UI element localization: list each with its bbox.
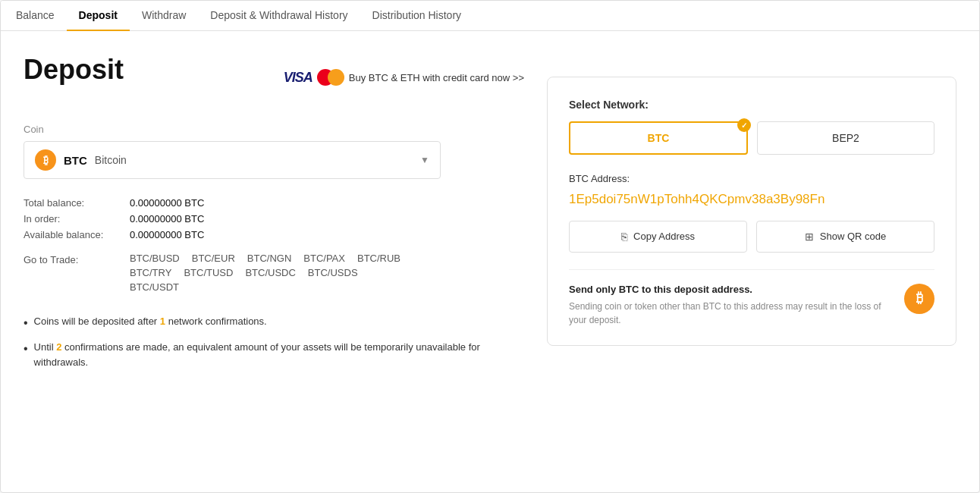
in-order-label: In order:	[24, 213, 130, 225]
network-buttons: BTC ✓ BEP2	[569, 121, 934, 155]
note-2-highlight: 2	[56, 341, 61, 353]
coin-ticker: BTC	[64, 154, 87, 167]
page-title: Deposit	[24, 54, 124, 86]
trade-pair-btc-ngn[interactable]: BTC/NGN	[247, 253, 292, 264]
total-balance-value: 0.00000000 BTC	[130, 197, 204, 209]
nav-distribution-history[interactable]: Distribution History	[360, 1, 473, 31]
deposit-card: Select Network: BTC ✓ BEP2 BTC Address: …	[547, 77, 956, 346]
nav-withdraw[interactable]: Withdraw	[130, 1, 198, 31]
bullet-1: •	[24, 314, 28, 332]
trade-pair-btc-usds[interactable]: BTC/USDS	[308, 267, 358, 278]
available-balance-label: Available balance:	[24, 229, 130, 240]
trade-pair-btc-usdc[interactable]: BTC/USDC	[245, 267, 295, 278]
check-badge-icon: ✓	[737, 118, 751, 132]
trade-pair-btc-rub[interactable]: BTC/RUB	[357, 253, 400, 264]
available-balance-row: Available balance: 0.00000000 BTC	[24, 229, 524, 240]
top-navigation: Balance Deposit Withdraw Deposit & Withd…	[1, 1, 979, 31]
credit-card-banner: VISA Buy BTC & ETH with credit card now …	[284, 69, 524, 86]
coin-name: Bitcoin	[95, 154, 127, 166]
right-panel: Select Network: BTC ✓ BEP2 BTC Address: …	[547, 54, 956, 377]
trade-pair-btc-pax[interactable]: BTC/PAX	[303, 253, 345, 264]
in-order-value: 0.00000000 BTC	[130, 213, 204, 225]
available-balance-value: 0.00000000 BTC	[130, 229, 204, 240]
btc-icon: ₿	[35, 149, 56, 171]
network-btn-bep2-label: BEP2	[832, 132, 859, 144]
left-panel: Deposit VISA Buy BTC & ETH with credit c…	[24, 54, 524, 377]
show-qr-button[interactable]: ⊞ Show QR code	[756, 221, 934, 253]
balance-info: Total balance: 0.00000000 BTC In order: …	[24, 197, 524, 240]
network-btn-btc[interactable]: BTC ✓	[569, 121, 748, 155]
note-2-text: Until 2 confirmations are made, an equiv…	[34, 340, 524, 369]
action-buttons: ⎘ Copy Address ⊞ Show QR code	[569, 221, 934, 253]
main-content: Deposit VISA Buy BTC & ETH with credit c…	[1, 31, 979, 400]
trade-links: BTC/BUSD BTC/EUR BTC/NGN BTC/PAX BTC/RUB…	[130, 253, 418, 293]
note-2: • Until 2 confirmations are made, an equ…	[24, 340, 524, 369]
bullet-2: •	[24, 340, 28, 358]
coin-section: Coin ₿ BTC Bitcoin ▼	[24, 124, 524, 179]
trade-label: Go to Trade:	[24, 254, 130, 265]
network-btn-bep2[interactable]: BEP2	[757, 121, 934, 155]
trade-section: Go to Trade: BTC/BUSD BTC/EUR BTC/NGN BT…	[24, 253, 524, 293]
note-1-highlight: 1	[160, 316, 165, 327]
trade-pair-btc-tusd[interactable]: BTC/TUSD	[184, 267, 233, 278]
total-balance-row: Total balance: 0.00000000 BTC	[24, 197, 524, 209]
coin-label: Coin	[24, 124, 524, 135]
warning-description: Sending coin or token other than BTC to …	[569, 300, 892, 327]
warning-section: Send only BTC to this deposit address. S…	[569, 269, 934, 327]
note-1-text: Coins will be deposited after 1 network …	[34, 314, 267, 329]
mc-orange-circle	[328, 69, 344, 86]
nav-balance[interactable]: Balance	[16, 1, 67, 31]
show-qr-label: Show QR code	[820, 231, 886, 242]
qr-icon: ⊞	[805, 231, 814, 243]
copy-address-button[interactable]: ⎘ Copy Address	[569, 221, 747, 253]
address-label: BTC Address:	[569, 173, 934, 184]
trade-pair-btc-eur[interactable]: BTC/EUR	[192, 253, 235, 264]
btc-address: 1Ep5doi75nW1pTohh4QKCpmv38a3By98Fn	[569, 190, 934, 209]
note-1: • Coins will be deposited after 1 networ…	[24, 314, 524, 332]
trade-pair-btc-busd[interactable]: BTC/BUSD	[130, 253, 180, 264]
notes-section: • Coins will be deposited after 1 networ…	[24, 314, 524, 369]
coin-selector[interactable]: ₿ BTC Bitcoin ▼	[24, 141, 441, 179]
total-balance-label: Total balance:	[24, 197, 130, 209]
copy-address-label: Copy Address	[633, 231, 695, 242]
trade-pair-btc-usdt[interactable]: BTC/USDT	[130, 281, 179, 293]
network-label: Select Network:	[569, 99, 934, 111]
in-order-row: In order: 0.00000000 BTC	[24, 213, 524, 225]
warning-text: Send only BTC to this deposit address. S…	[569, 284, 892, 327]
warning-title: Send only BTC to this deposit address.	[569, 284, 892, 295]
nav-deposit-withdrawal-history[interactable]: Deposit & Withdrawal History	[198, 1, 360, 31]
mastercard-logo	[317, 69, 344, 86]
copy-icon: ⎘	[621, 231, 627, 243]
network-btn-btc-label: BTC	[648, 132, 670, 144]
trade-pair-btc-try[interactable]: BTC/TRY	[130, 267, 171, 278]
visa-logo: VISA	[284, 70, 313, 86]
nav-deposit[interactable]: Deposit	[67, 1, 130, 31]
btc-warning-badge: ₿	[904, 284, 934, 314]
buy-credit-card-link[interactable]: Buy BTC & ETH with credit card now >>	[349, 72, 524, 83]
dropdown-arrow-icon: ▼	[420, 155, 429, 165]
